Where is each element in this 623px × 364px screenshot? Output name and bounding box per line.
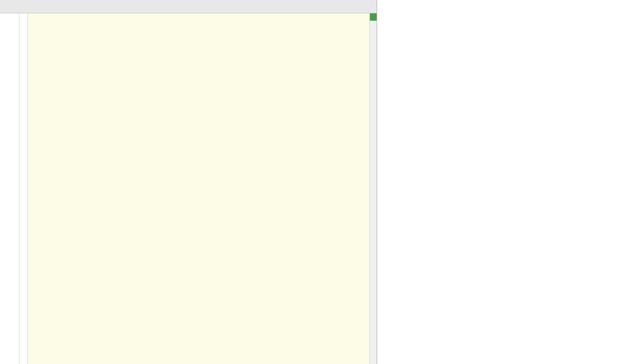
editor-tab-bar — [0, 0, 377, 13]
editor-wrap — [0, 13, 377, 364]
editor-pane — [0, 0, 377, 364]
code-status-strip — [369, 13, 377, 364]
line-number-gutter — [0, 13, 19, 364]
code-status-ok-icon — [370, 13, 377, 21]
fold-column — [19, 13, 28, 364]
console-pane[interactable] — [377, 0, 623, 364]
code-area[interactable] — [28, 13, 377, 364]
app-root — [0, 0, 623, 364]
